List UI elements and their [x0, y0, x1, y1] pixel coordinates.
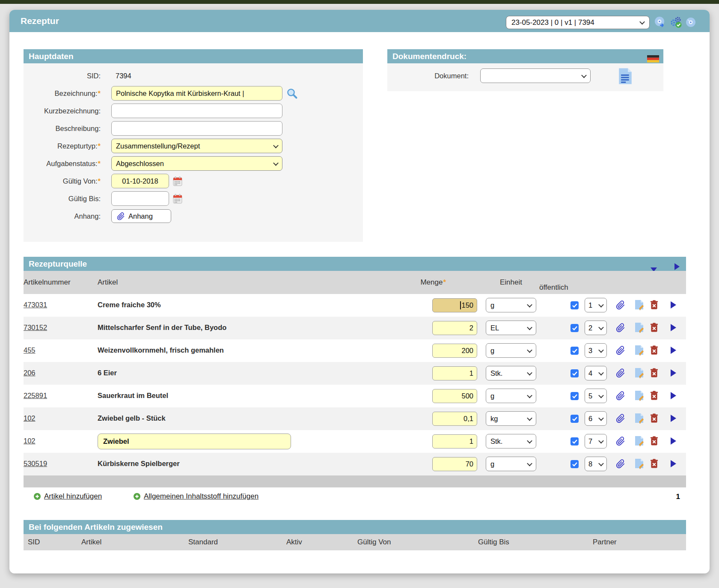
attachment-icon[interactable] — [616, 323, 625, 333]
dokument-label: Dokument: — [426, 72, 469, 80]
row-detail-icon[interactable] — [671, 437, 680, 447]
rezepturtyp-select[interactable]: Zusammenstellung/Rezept — [111, 139, 282, 153]
einheit-select[interactable]: kg — [486, 411, 536, 426]
artikel-input[interactable]: Zwiebel — [98, 434, 291, 449]
position-select[interactable]: 6 — [585, 411, 607, 426]
add-artikel-link[interactable]: Artikel hinzufügen — [34, 492, 102, 501]
calendar-icon[interactable] — [173, 193, 182, 204]
rezeptur-window: Rezeptur 23-05-2023 | 0 | v1 | 7394 Haup… — [9, 10, 710, 573]
delete-icon[interactable] — [650, 368, 660, 377]
artikelnummer-link[interactable]: 455 — [24, 346, 36, 354]
gueltig-von-input[interactable] — [111, 174, 169, 188]
position-select[interactable]: 7 — [585, 434, 607, 448]
flag-germany-icon[interactable] — [647, 53, 659, 60]
oeffentlich-checkbox[interactable] — [570, 347, 579, 355]
attachment-icon[interactable] — [616, 346, 625, 355]
row-detail-icon[interactable] — [671, 324, 680, 333]
delete-icon[interactable] — [650, 300, 660, 309]
menge-input[interactable]: 200 — [432, 344, 477, 358]
row-detail-icon[interactable] — [671, 301, 680, 311]
print-document-icon[interactable] — [618, 68, 632, 85]
menge-input[interactable]: 2 — [432, 321, 477, 335]
kurzbezeichnung-input[interactable] — [111, 104, 282, 118]
process-check-icon[interactable] — [670, 16, 682, 28]
oeffentlich-checkbox[interactable] — [570, 437, 579, 445]
oeffentlich-checkbox[interactable] — [570, 415, 579, 423]
aufgabenstatus-value: Abgeschlossen — [116, 160, 164, 168]
attachment-icon[interactable] — [616, 391, 625, 401]
attachment-icon[interactable] — [616, 459, 625, 469]
version-select[interactable]: 23-05-2023 | 0 | v1 | 7394 — [506, 16, 650, 29]
edit-note-icon[interactable] — [635, 322, 644, 332]
oeffentlich-checkbox[interactable] — [570, 460, 579, 468]
oeffentlich-checkbox[interactable] — [570, 301, 579, 309]
position-select[interactable]: 3 — [585, 343, 607, 358]
row-detail-icon[interactable] — [671, 460, 680, 469]
oeffentlich-checkbox[interactable] — [570, 324, 579, 332]
menge-input[interactable]: 500 — [432, 389, 477, 403]
edit-note-icon[interactable] — [635, 368, 644, 377]
check-icon — [572, 462, 577, 466]
delete-icon[interactable] — [650, 391, 660, 400]
einheit-select[interactable]: g — [486, 389, 536, 403]
row-detail-icon[interactable] — [671, 369, 680, 379]
position-select[interactable]: 2 — [585, 321, 607, 335]
attachment-icon[interactable] — [616, 368, 625, 378]
edit-note-icon[interactable] — [635, 413, 644, 422]
artikelnummer-link[interactable]: 206 — [24, 369, 36, 377]
oeffentlich-checkbox[interactable] — [570, 392, 579, 400]
bezeichnung-input[interactable] — [111, 86, 282, 101]
dokument-select[interactable] — [480, 68, 591, 83]
attachment-icon[interactable] — [616, 414, 625, 423]
einheit-select[interactable]: Stk. — [486, 434, 536, 448]
oeffentlich-checkbox[interactable] — [570, 369, 579, 377]
add-inhaltsstoff-link[interactable]: Allgemeinen Inhaltsstoff hinzufügen — [134, 492, 258, 501]
einheit-select[interactable]: g — [486, 343, 536, 358]
position-select[interactable]: 8 — [585, 457, 607, 471]
rezept-row: 455 Weizenvollkornmehl, frisch gemahlen … — [24, 339, 686, 362]
beschreibung-input[interactable] — [111, 121, 282, 136]
chevron-down-icon — [527, 438, 532, 443]
edit-note-icon[interactable] — [635, 300, 644, 309]
artikelnummer-link[interactable]: 730152 — [24, 324, 47, 332]
position-select[interactable]: 5 — [585, 389, 607, 403]
position-select[interactable]: 4 — [585, 366, 607, 380]
delete-icon[interactable] — [650, 413, 660, 423]
gueltig-bis-input[interactable] — [111, 191, 169, 206]
anhang-button[interactable]: Anhang — [111, 209, 171, 223]
edit-note-icon[interactable] — [635, 390, 644, 400]
einheit-select[interactable]: Stk. — [486, 366, 536, 380]
chevron-down-icon — [598, 324, 604, 330]
menge-input[interactable]: 1 — [432, 366, 477, 380]
artikelnummer-link[interactable]: 102 — [24, 437, 36, 445]
edit-note-icon[interactable] — [635, 436, 644, 445]
position-select[interactable]: 1 — [585, 298, 607, 312]
artikelnummer-link[interactable]: 225891 — [24, 392, 47, 400]
artikelnummer-link[interactable]: 102 — [24, 414, 36, 422]
menge-input[interactable]: 1 — [432, 434, 477, 448]
save-icon[interactable] — [685, 16, 697, 28]
row-detail-icon[interactable] — [671, 347, 680, 356]
calendar-icon[interactable] — [173, 176, 182, 186]
save-as-icon[interactable] — [654, 16, 666, 28]
attachment-icon[interactable] — [616, 437, 625, 446]
delete-icon[interactable] — [650, 436, 660, 445]
aufgabenstatus-select[interactable]: Abgeschlossen — [111, 156, 282, 171]
menge-input[interactable]: 150 — [432, 298, 477, 312]
delete-icon[interactable] — [650, 323, 660, 332]
search-icon[interactable] — [286, 88, 298, 99]
row-detail-icon[interactable] — [671, 392, 680, 401]
einheit-select[interactable]: EL — [486, 321, 536, 335]
delete-icon[interactable] — [650, 459, 660, 468]
artikelnummer-link[interactable]: 530519 — [24, 460, 47, 468]
edit-note-icon[interactable] — [635, 345, 644, 354]
row-detail-icon[interactable] — [671, 415, 680, 424]
einheit-select[interactable]: g — [486, 457, 536, 471]
delete-icon[interactable] — [650, 345, 660, 355]
edit-note-icon[interactable] — [635, 458, 644, 468]
menge-input[interactable]: 0,1 — [432, 412, 477, 426]
einheit-select[interactable]: g — [486, 298, 536, 312]
attachment-icon[interactable] — [616, 300, 625, 310]
menge-input[interactable]: 70 — [432, 457, 477, 471]
artikelnummer-link[interactable]: 473031 — [24, 301, 47, 309]
